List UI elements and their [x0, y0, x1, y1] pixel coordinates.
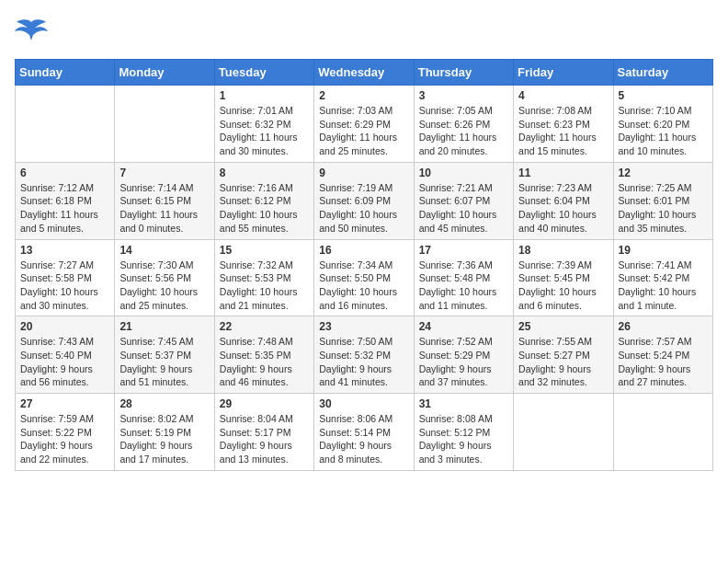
- day-number: 22: [220, 320, 309, 333]
- calendar-cell: 1Sunrise: 7:01 AM Sunset: 6:32 PM Daylig…: [214, 86, 313, 163]
- day-info: Sunrise: 7:27 AM Sunset: 5:58 PM Dayligh…: [20, 259, 109, 313]
- calendar-cell: 26Sunrise: 7:57 AM Sunset: 5:24 PM Dayli…: [613, 316, 712, 394]
- day-info: Sunrise: 7:43 AM Sunset: 5:40 PM Dayligh…: [20, 335, 109, 389]
- day-number: 17: [419, 244, 508, 257]
- calendar-cell: 28Sunrise: 8:02 AM Sunset: 5:19 PM Dayli…: [115, 394, 214, 471]
- day-info: Sunrise: 7:16 AM Sunset: 6:12 PM Dayligh…: [220, 181, 309, 236]
- calendar-cell: 13Sunrise: 7:27 AM Sunset: 5:58 PM Dayli…: [16, 239, 115, 316]
- calendar-table: SundayMondayTuesdayWednesdayThursdayFrid…: [15, 59, 713, 471]
- weekday-header-thursday: Thursday: [414, 60, 513, 86]
- day-info: Sunrise: 7:03 AM Sunset: 6:29 PM Dayligh…: [319, 104, 408, 158]
- calendar-cell: 11Sunrise: 7:23 AM Sunset: 6:04 PM Dayli…: [514, 162, 613, 239]
- weekday-header-tuesday: Tuesday: [214, 60, 313, 86]
- day-number: 1: [220, 89, 309, 102]
- weekday-header-monday: Monday: [115, 60, 214, 86]
- calendar-cell: 12Sunrise: 7:25 AM Sunset: 6:01 PM Dayli…: [613, 162, 712, 239]
- day-info: Sunrise: 7:36 AM Sunset: 5:48 PM Dayligh…: [419, 259, 508, 313]
- day-info: Sunrise: 7:50 AM Sunset: 5:32 PM Dayligh…: [319, 335, 408, 389]
- calendar-cell: 14Sunrise: 7:30 AM Sunset: 5:56 PM Dayli…: [115, 239, 214, 316]
- day-number: 24: [419, 320, 508, 333]
- day-number: 19: [619, 244, 708, 257]
- day-info: Sunrise: 7:05 AM Sunset: 6:26 PM Dayligh…: [419, 104, 508, 158]
- calendar-week-5: 27Sunrise: 7:59 AM Sunset: 5:22 PM Dayli…: [16, 394, 713, 471]
- calendar-cell: 16Sunrise: 7:34 AM Sunset: 5:50 PM Dayli…: [314, 239, 414, 316]
- calendar-cell: 18Sunrise: 7:39 AM Sunset: 5:45 PM Dayli…: [514, 239, 613, 316]
- weekday-header-sunday: Sunday: [16, 60, 115, 86]
- calendar-week-3: 13Sunrise: 7:27 AM Sunset: 5:58 PM Dayli…: [16, 239, 713, 316]
- day-number: 20: [20, 320, 109, 333]
- calendar-cell: 19Sunrise: 7:41 AM Sunset: 5:42 PM Dayli…: [613, 239, 712, 316]
- calendar-cell: 23Sunrise: 7:50 AM Sunset: 5:32 PM Dayli…: [314, 316, 414, 394]
- weekday-header-wednesday: Wednesday: [314, 60, 414, 86]
- calendar-cell: 5Sunrise: 7:10 AM Sunset: 6:20 PM Daylig…: [613, 86, 712, 163]
- day-info: Sunrise: 7:34 AM Sunset: 5:50 PM Dayligh…: [319, 259, 408, 313]
- day-info: Sunrise: 7:19 AM Sunset: 6:09 PM Dayligh…: [319, 181, 408, 236]
- day-number: 3: [419, 89, 508, 102]
- calendar-week-2: 6Sunrise: 7:12 AM Sunset: 6:18 PM Daylig…: [16, 162, 713, 239]
- weekday-header-friday: Friday: [514, 60, 613, 86]
- day-number: 27: [20, 397, 109, 410]
- day-info: Sunrise: 7:57 AM Sunset: 5:24 PM Dayligh…: [619, 335, 708, 389]
- calendar-cell: 30Sunrise: 8:06 AM Sunset: 5:14 PM Dayli…: [314, 394, 414, 471]
- day-info: Sunrise: 7:08 AM Sunset: 6:23 PM Dayligh…: [518, 104, 608, 158]
- day-number: 13: [20, 244, 109, 257]
- calendar-cell: 3Sunrise: 7:05 AM Sunset: 6:26 PM Daylig…: [414, 86, 513, 163]
- day-info: Sunrise: 7:32 AM Sunset: 5:53 PM Dayligh…: [220, 259, 309, 313]
- calendar-cell: 22Sunrise: 7:48 AM Sunset: 5:35 PM Dayli…: [214, 316, 313, 394]
- calendar-cell: 29Sunrise: 8:04 AM Sunset: 5:17 PM Dayli…: [214, 394, 313, 471]
- calendar-cell: 10Sunrise: 7:21 AM Sunset: 6:07 PM Dayli…: [414, 162, 513, 239]
- calendar-cell: 6Sunrise: 7:12 AM Sunset: 6:18 PM Daylig…: [16, 162, 115, 239]
- calendar-cell: 21Sunrise: 7:45 AM Sunset: 5:37 PM Dayli…: [115, 316, 214, 394]
- calendar-cell: 8Sunrise: 7:16 AM Sunset: 6:12 PM Daylig…: [214, 162, 313, 239]
- day-number: 9: [319, 167, 408, 179]
- day-info: Sunrise: 7:30 AM Sunset: 5:56 PM Dayligh…: [119, 259, 209, 313]
- calendar-cell: [613, 394, 712, 471]
- page-header: [15, 15, 713, 48]
- calendar-cell: 17Sunrise: 7:36 AM Sunset: 5:48 PM Dayli…: [414, 239, 513, 316]
- day-info: Sunrise: 7:01 AM Sunset: 6:32 PM Dayligh…: [220, 104, 309, 158]
- day-number: 28: [119, 397, 209, 410]
- calendar-cell: 24Sunrise: 7:52 AM Sunset: 5:29 PM Dayli…: [414, 316, 513, 394]
- day-info: Sunrise: 7:12 AM Sunset: 6:18 PM Dayligh…: [20, 181, 109, 236]
- calendar-body: 1Sunrise: 7:01 AM Sunset: 6:32 PM Daylig…: [16, 86, 713, 471]
- day-number: 26: [619, 320, 708, 333]
- day-info: Sunrise: 8:02 AM Sunset: 5:19 PM Dayligh…: [119, 412, 209, 466]
- calendar-cell: 15Sunrise: 7:32 AM Sunset: 5:53 PM Dayli…: [214, 239, 313, 316]
- day-number: 6: [20, 167, 109, 179]
- calendar-cell: 2Sunrise: 7:03 AM Sunset: 6:29 PM Daylig…: [314, 86, 414, 163]
- calendar-cell: [115, 86, 214, 163]
- day-number: 29: [220, 397, 309, 410]
- calendar-cell: 9Sunrise: 7:19 AM Sunset: 6:09 PM Daylig…: [314, 162, 414, 239]
- day-info: Sunrise: 7:41 AM Sunset: 5:42 PM Dayligh…: [619, 259, 708, 313]
- day-number: 4: [518, 89, 608, 102]
- calendar-header-row: SundayMondayTuesdayWednesdayThursdayFrid…: [16, 60, 713, 86]
- day-info: Sunrise: 7:39 AM Sunset: 5:45 PM Dayligh…: [518, 259, 608, 313]
- day-number: 5: [619, 89, 708, 102]
- day-number: 21: [119, 320, 209, 333]
- calendar-cell: 27Sunrise: 7:59 AM Sunset: 5:22 PM Dayli…: [16, 394, 115, 471]
- day-number: 23: [319, 320, 408, 333]
- logo: [15, 15, 51, 48]
- calendar-cell: 7Sunrise: 7:14 AM Sunset: 6:15 PM Daylig…: [115, 162, 214, 239]
- day-number: 15: [220, 244, 309, 257]
- day-number: 8: [220, 167, 309, 179]
- day-info: Sunrise: 8:08 AM Sunset: 5:12 PM Dayligh…: [419, 412, 508, 466]
- day-number: 12: [619, 167, 708, 179]
- day-number: 18: [518, 244, 608, 257]
- day-number: 2: [319, 89, 408, 102]
- calendar-week-1: 1Sunrise: 7:01 AM Sunset: 6:32 PM Daylig…: [16, 86, 713, 163]
- day-info: Sunrise: 8:06 AM Sunset: 5:14 PM Dayligh…: [319, 412, 408, 466]
- day-info: Sunrise: 7:25 AM Sunset: 6:01 PM Dayligh…: [619, 181, 708, 236]
- calendar-cell: [514, 394, 613, 471]
- weekday-header-saturday: Saturday: [613, 60, 712, 86]
- day-info: Sunrise: 7:14 AM Sunset: 6:15 PM Dayligh…: [119, 181, 209, 236]
- day-number: 31: [419, 397, 508, 410]
- calendar-week-4: 20Sunrise: 7:43 AM Sunset: 5:40 PM Dayli…: [16, 316, 713, 394]
- logo-icon: [15, 15, 48, 48]
- calendar-cell: 4Sunrise: 7:08 AM Sunset: 6:23 PM Daylig…: [514, 86, 613, 163]
- day-number: 7: [119, 167, 209, 179]
- day-number: 25: [518, 320, 608, 333]
- calendar-cell: 25Sunrise: 7:55 AM Sunset: 5:27 PM Dayli…: [514, 316, 613, 394]
- day-info: Sunrise: 7:45 AM Sunset: 5:37 PM Dayligh…: [119, 335, 209, 389]
- calendar-cell: [16, 86, 115, 163]
